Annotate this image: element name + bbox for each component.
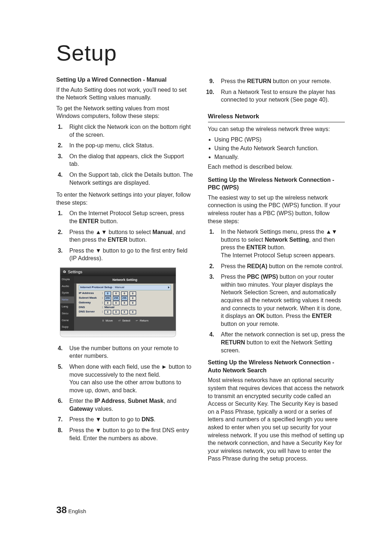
steps-continued: Press the RETURN button on your remote. … [208, 77, 345, 104]
wireless-bullets: Using PBC (WPS) Using the Auto Network S… [208, 136, 345, 161]
steps-enter-rest: Use the number buttons on your remote to… [56, 344, 193, 442]
step-item: On the Support tab, click the Details bu… [64, 171, 193, 187]
page-footer: 38 English [56, 504, 86, 516]
step-item: After the network connection is set up, … [216, 331, 345, 354]
sidebar-item-general[interactable]: Gene [60, 317, 74, 324]
wireless-outro: Each method is described below. [208, 163, 345, 171]
sidebar-item-language[interactable]: Lang [60, 303, 74, 310]
step-item: Press the PBC (WPS) button on your route… [216, 273, 345, 328]
heading-wired-manual: Setting Up a Wired Connection - Manual [56, 76, 193, 84]
two-columns: Setting Up a Wired Connection - Manual I… [56, 76, 345, 466]
panel-footer-hints: ⇕Move ⏎Select ↩Return [74, 319, 176, 324]
sidebar-item-security[interactable]: Secu [60, 310, 74, 317]
bullet-item: Using the Auto Network Search function. [215, 144, 345, 152]
enter-intro: To enter the Network settings into your … [56, 191, 193, 206]
shelf-decor [60, 331, 176, 337]
step-item: Run a Network Test to ensure the player … [216, 88, 345, 104]
row-dns-server: DNS Server: 0 0 0 0 [79, 310, 171, 314]
heading-auto-search: Setting Up the Wireless Network Connecti… [208, 359, 345, 374]
return-icon: ↩ [135, 319, 139, 323]
step-item: Press the ▲▼ buttons to select Manual, a… [64, 228, 193, 244]
step-item: Press the ▼ button to go to DNS. [64, 416, 193, 424]
step-item: In the Network Settings menu, press the … [216, 228, 345, 259]
sidebar-item-audio[interactable]: Audio [60, 283, 74, 290]
pbc-steps: In the Network Settings menu, press the … [208, 228, 345, 354]
step-item: Press the RETURN button on your remote. [216, 77, 345, 85]
row-dns: DNS: Manual [79, 306, 171, 310]
sidebar-item-system[interactable]: Syste [60, 290, 74, 296]
enter-icon: ⏎ [118, 319, 121, 323]
ip-setup-panel: Internet Protocol Setup : Manual IP Addr… [76, 283, 173, 317]
step-item: Use the number buttons on your remote to… [64, 344, 193, 360]
chevron-right-icon [168, 286, 170, 289]
heading-pbc: Setting Up the Wireless Network Connecti… [208, 176, 345, 192]
settings-sidebar: Displa Audio Syste Netw Lang Secu Gene S… [60, 276, 74, 331]
panel-title: Network Setting [74, 276, 176, 283]
settings-titlebar-label: Settings [68, 269, 82, 275]
right-column: Press the RETURN button on your remote. … [208, 76, 345, 466]
manual-page: Setup Setting Up a Wired Connection - Ma… [0, 0, 392, 536]
step-item: In the pop-up menu, click Status. [64, 142, 193, 150]
steps-get-values: Right click the Network icon on the bott… [56, 123, 193, 187]
settings-titlebar: Settings [60, 268, 176, 276]
step-item: On the Internet Protocol Setup screen, p… [64, 209, 193, 225]
row-gateway: Gateway: 0 0 0 0 [79, 301, 171, 305]
ip-setup-select[interactable]: Internet Protocol Setup : Manual [79, 285, 171, 290]
step-item: Enter the IP Address, Subnet Mask, and G… [64, 397, 193, 413]
intro-para-2: To get the Network setting values from m… [56, 105, 193, 120]
sidebar-item-network[interactable]: Netw [60, 296, 74, 303]
step-item: Press the ▼ button to go to the first DN… [64, 426, 193, 442]
footer-lang: English [68, 508, 86, 514]
page-title: Setup [56, 40, 345, 66]
gear-icon [62, 270, 66, 274]
step-item: Press the RED(A) button on the remote co… [216, 262, 345, 270]
left-column: Setting Up a Wired Connection - Manual I… [56, 76, 193, 466]
step-item: Press the ▼ button to go to the first en… [64, 247, 193, 262]
pbc-intro: The easiest way to set up the wireless n… [208, 194, 345, 225]
intro-para-1: If the Auto Setting does not work, you'l… [56, 86, 193, 102]
bullet-item: Manually. [215, 153, 345, 161]
settings-screenshot: Settings Displa Audio Syste Netw Lang Se… [60, 267, 176, 337]
steps-enter-first3: On the Internet Protocol Setup screen, p… [56, 209, 193, 262]
sidebar-item-display[interactable]: Displa [60, 276, 74, 283]
bullet-item: Using PBC (WPS) [215, 136, 345, 144]
sidebar-item-support[interactable]: Supp [60, 324, 74, 330]
updown-icon: ⇕ [101, 319, 105, 323]
page-number: 38 [56, 504, 67, 515]
step-item: On the dialog that appears, click the Su… [64, 152, 193, 168]
auto-body: Most wireless networks have an optional … [208, 376, 345, 463]
wireless-intro: You can setup the wireless network three… [208, 125, 345, 133]
row-subnet: Subnet Mask: 255 255 255 0 [79, 296, 171, 300]
step-item: When done with each field, use the ► but… [64, 363, 193, 394]
row-ip: IP Address: 0 0 0 0 [79, 291, 171, 296]
step-item: Right click the Network icon on the bott… [64, 123, 193, 139]
heading-wireless: Wireless Network [208, 112, 345, 122]
